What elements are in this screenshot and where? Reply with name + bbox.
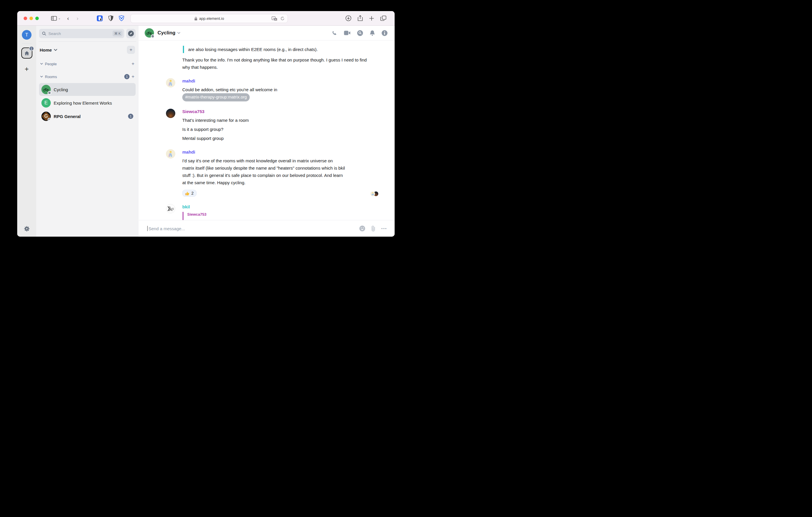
- more-options-button[interactable]: •••: [381, 226, 387, 231]
- sender-name[interactable]: mahdi: [182, 149, 345, 155]
- room-header-avatar[interactable]: [145, 28, 154, 38]
- people-section-header[interactable]: People +: [40, 61, 135, 67]
- share-button[interactable]: [357, 15, 363, 22]
- rooms-unread-badge: 1: [124, 74, 129, 79]
- space-rail: T 1 +: [17, 26, 36, 237]
- plus-icon: [369, 16, 374, 21]
- room-unread-badge: 1: [128, 114, 133, 119]
- downloads-icon: [345, 15, 351, 21]
- chevron-down-icon: [40, 76, 43, 78]
- chevron-down-icon: [54, 49, 57, 51]
- lock-icon: [194, 17, 198, 21]
- minimize-window-button[interactable]: [29, 17, 33, 20]
- message-text: Is it a support group?: [182, 126, 345, 133]
- message-group-siewca: Siewca753 That's interesting name for a …: [166, 109, 395, 142]
- quoted-message: are also losing messages within E2EE roo…: [183, 46, 395, 53]
- message-text: I'd say it's one of the rooms with most …: [182, 157, 345, 186]
- address-bar[interactable]: app.element.io A あ: [130, 14, 288, 23]
- message-timeline[interactable]: are also losing messages within E2EE roo…: [139, 40, 395, 220]
- forward-button[interactable]: ›: [77, 16, 79, 21]
- reaction-thumbs-up[interactable]: 2: [182, 190, 197, 197]
- space-title[interactable]: Home: [40, 48, 52, 53]
- chevron-down-icon: [177, 32, 180, 34]
- composer-placeholder: Send a message...: [148, 226, 359, 231]
- room-item-cycling[interactable]: Cycling: [39, 83, 136, 96]
- zoom-window-button[interactable]: [35, 17, 39, 20]
- create-space-button[interactable]: +: [25, 65, 29, 73]
- room-info-button[interactable]: [381, 30, 388, 36]
- room-name: Exploring how Element Works: [54, 100, 133, 105]
- reload-icon: [280, 16, 285, 21]
- back-button[interactable]: ‹: [67, 16, 69, 21]
- downloads-button[interactable]: [345, 15, 351, 21]
- extension-buttons: [96, 15, 124, 22]
- reply-quote[interactable]: Siewca753 Mental support group: [182, 212, 345, 220]
- new-tab-button[interactable]: [369, 16, 374, 21]
- text-cursor: [147, 226, 148, 231]
- message-composer[interactable]: Send a message...: [139, 220, 395, 237]
- sidebar-toggle-icon: [51, 16, 57, 21]
- room-name: RPG General: [54, 114, 125, 119]
- translate-button[interactable]: A あ: [271, 16, 278, 21]
- reaction-count: 2: [191, 191, 194, 195]
- chevron-down-icon: ⌄: [58, 17, 61, 20]
- avatar-mahdi[interactable]: [166, 149, 175, 158]
- sender-name[interactable]: Siewca753: [182, 109, 345, 115]
- attachment-button[interactable]: [371, 225, 376, 232]
- avatar[interactable]: T: [22, 30, 31, 40]
- search-icon: [357, 30, 363, 36]
- browser-toolbar: ⌄ ‹ ›: [17, 11, 395, 26]
- people-section-label: People: [45, 62, 57, 66]
- reload-button[interactable]: [280, 16, 285, 21]
- explore-rooms-button[interactable]: [126, 29, 136, 38]
- password-manager-extension-button[interactable]: [96, 15, 103, 22]
- privacy-shield-extension-button[interactable]: [108, 15, 113, 21]
- room-alias-pill[interactable]: #matrix-therapy-group:matrix.org: [182, 93, 250, 101]
- add-room-button[interactable]: +: [132, 74, 135, 80]
- settings-button[interactable]: [24, 225, 30, 232]
- chevron-left-icon: ‹: [67, 16, 69, 21]
- avatar-mahdi[interactable]: [166, 78, 175, 87]
- room-search-button[interactable]: [357, 30, 363, 36]
- chevron-down-icon: [40, 63, 43, 65]
- sender-name[interactable]: bkil: [182, 204, 345, 210]
- close-window-button[interactable]: [24, 17, 27, 20]
- emoji-smiley-icon: [359, 225, 366, 232]
- avatar-bkil[interactable]: [166, 204, 175, 213]
- video-call-button[interactable]: [344, 31, 351, 35]
- avatar-siewca753[interactable]: [166, 109, 175, 118]
- voice-call-button[interactable]: [331, 30, 338, 36]
- read-receipt-mahdi[interactable]: [370, 191, 375, 196]
- room-item-rpg-general[interactable]: G RPG General 1: [39, 110, 136, 123]
- url-text: app.element.io: [199, 16, 224, 21]
- chevron-right-icon: ›: [77, 16, 79, 21]
- search-input[interactable]: Search ⌘ K: [39, 29, 124, 38]
- haskell-logo-icon: [167, 206, 174, 211]
- chat-panel: Cycling: [139, 26, 395, 237]
- tab-overview-button[interactable]: [380, 16, 386, 21]
- notifications-button[interactable]: [370, 30, 375, 36]
- home-space-button[interactable]: 1: [21, 48, 32, 59]
- add-people-button[interactable]: +: [132, 61, 135, 67]
- search-icon: [42, 31, 46, 35]
- message-text: That's interesting name for a room: [182, 117, 345, 124]
- bicycle-icon: [146, 31, 152, 35]
- message-continued: are also losing messages within E2EE roo…: [182, 46, 395, 71]
- message-text: Could be addon, setting etc you're all w…: [182, 86, 345, 101]
- sidebar-toggle-button[interactable]: ⌄: [51, 16, 61, 21]
- info-icon: [381, 30, 388, 36]
- verified-shield-extension-button[interactable]: [119, 15, 124, 21]
- sender-name[interactable]: mahdi: [182, 78, 345, 84]
- add-button[interactable]: +: [127, 46, 135, 54]
- message-group-mahdi-2: mahdi I'd say it's one of the rooms with…: [166, 149, 395, 197]
- gear-icon: [24, 225, 30, 232]
- room-item-exploring[interactable]: E Exploring how Element Works: [39, 96, 136, 109]
- rooms-section-header[interactable]: Rooms 1 +: [40, 74, 135, 80]
- emoji-picker-button[interactable]: [359, 225, 366, 232]
- svg-text:あ: あ: [274, 18, 277, 21]
- room-title[interactable]: Cycling: [157, 30, 175, 36]
- search-placeholder: Search: [49, 31, 110, 36]
- share-icon: [357, 15, 363, 22]
- translate-icon: A あ: [271, 16, 278, 21]
- element-app: T 1 +: [17, 26, 395, 237]
